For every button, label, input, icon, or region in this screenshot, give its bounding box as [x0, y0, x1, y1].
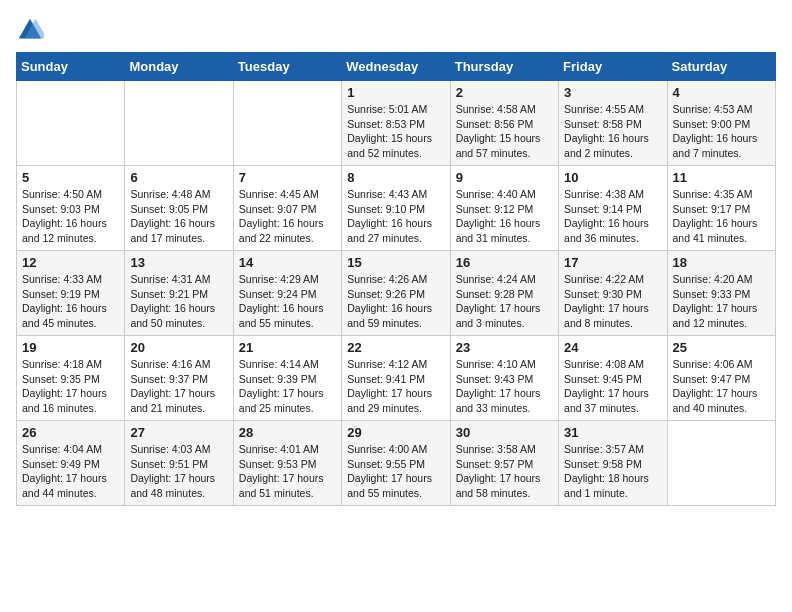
day-number: 30	[456, 425, 553, 440]
day-info: Sunrise: 3:58 AM Sunset: 9:57 PM Dayligh…	[456, 442, 553, 501]
day-number: 26	[22, 425, 119, 440]
day-info: Sunrise: 4:20 AM Sunset: 9:33 PM Dayligh…	[673, 272, 770, 331]
day-info: Sunrise: 4:12 AM Sunset: 9:41 PM Dayligh…	[347, 357, 444, 416]
day-number: 4	[673, 85, 770, 100]
header-cell-friday: Friday	[559, 53, 667, 81]
day-cell: 8Sunrise: 4:43 AM Sunset: 9:10 PM Daylig…	[342, 166, 450, 251]
day-info: Sunrise: 4:26 AM Sunset: 9:26 PM Dayligh…	[347, 272, 444, 331]
day-cell: 12Sunrise: 4:33 AM Sunset: 9:19 PM Dayli…	[17, 251, 125, 336]
day-number: 22	[347, 340, 444, 355]
day-cell: 29Sunrise: 4:00 AM Sunset: 9:55 PM Dayli…	[342, 421, 450, 506]
week-row-3: 12Sunrise: 4:33 AM Sunset: 9:19 PM Dayli…	[17, 251, 776, 336]
day-cell	[233, 81, 341, 166]
day-cell: 24Sunrise: 4:08 AM Sunset: 9:45 PM Dayli…	[559, 336, 667, 421]
day-number: 12	[22, 255, 119, 270]
day-number: 13	[130, 255, 227, 270]
day-cell: 16Sunrise: 4:24 AM Sunset: 9:28 PM Dayli…	[450, 251, 558, 336]
day-info: Sunrise: 4:08 AM Sunset: 9:45 PM Dayligh…	[564, 357, 661, 416]
day-info: Sunrise: 4:22 AM Sunset: 9:30 PM Dayligh…	[564, 272, 661, 331]
day-cell: 7Sunrise: 4:45 AM Sunset: 9:07 PM Daylig…	[233, 166, 341, 251]
day-info: Sunrise: 4:33 AM Sunset: 9:19 PM Dayligh…	[22, 272, 119, 331]
day-info: Sunrise: 4:29 AM Sunset: 9:24 PM Dayligh…	[239, 272, 336, 331]
day-info: Sunrise: 4:35 AM Sunset: 9:17 PM Dayligh…	[673, 187, 770, 246]
header-cell-monday: Monday	[125, 53, 233, 81]
day-number: 29	[347, 425, 444, 440]
header-row: SundayMondayTuesdayWednesdayThursdayFrid…	[17, 53, 776, 81]
day-cell: 18Sunrise: 4:20 AM Sunset: 9:33 PM Dayli…	[667, 251, 775, 336]
day-cell: 17Sunrise: 4:22 AM Sunset: 9:30 PM Dayli…	[559, 251, 667, 336]
day-cell: 9Sunrise: 4:40 AM Sunset: 9:12 PM Daylig…	[450, 166, 558, 251]
day-info: Sunrise: 4:43 AM Sunset: 9:10 PM Dayligh…	[347, 187, 444, 246]
day-number: 24	[564, 340, 661, 355]
day-number: 19	[22, 340, 119, 355]
day-info: Sunrise: 4:40 AM Sunset: 9:12 PM Dayligh…	[456, 187, 553, 246]
day-number: 10	[564, 170, 661, 185]
header-cell-thursday: Thursday	[450, 53, 558, 81]
day-info: Sunrise: 4:50 AM Sunset: 9:03 PM Dayligh…	[22, 187, 119, 246]
header-cell-sunday: Sunday	[17, 53, 125, 81]
day-cell	[667, 421, 775, 506]
day-cell: 2Sunrise: 4:58 AM Sunset: 8:56 PM Daylig…	[450, 81, 558, 166]
day-info: Sunrise: 4:18 AM Sunset: 9:35 PM Dayligh…	[22, 357, 119, 416]
day-number: 25	[673, 340, 770, 355]
day-number: 21	[239, 340, 336, 355]
day-info: Sunrise: 4:06 AM Sunset: 9:47 PM Dayligh…	[673, 357, 770, 416]
day-info: Sunrise: 3:57 AM Sunset: 9:58 PM Dayligh…	[564, 442, 661, 501]
day-number: 18	[673, 255, 770, 270]
day-info: Sunrise: 4:01 AM Sunset: 9:53 PM Dayligh…	[239, 442, 336, 501]
day-info: Sunrise: 4:14 AM Sunset: 9:39 PM Dayligh…	[239, 357, 336, 416]
day-cell: 27Sunrise: 4:03 AM Sunset: 9:51 PM Dayli…	[125, 421, 233, 506]
week-row-2: 5Sunrise: 4:50 AM Sunset: 9:03 PM Daylig…	[17, 166, 776, 251]
day-info: Sunrise: 4:00 AM Sunset: 9:55 PM Dayligh…	[347, 442, 444, 501]
day-number: 17	[564, 255, 661, 270]
day-info: Sunrise: 4:45 AM Sunset: 9:07 PM Dayligh…	[239, 187, 336, 246]
day-cell: 25Sunrise: 4:06 AM Sunset: 9:47 PM Dayli…	[667, 336, 775, 421]
logo	[16, 16, 48, 44]
week-row-1: 1Sunrise: 5:01 AM Sunset: 8:53 PM Daylig…	[17, 81, 776, 166]
header-cell-tuesday: Tuesday	[233, 53, 341, 81]
day-number: 14	[239, 255, 336, 270]
day-number: 1	[347, 85, 444, 100]
day-cell: 22Sunrise: 4:12 AM Sunset: 9:41 PM Dayli…	[342, 336, 450, 421]
day-info: Sunrise: 4:03 AM Sunset: 9:51 PM Dayligh…	[130, 442, 227, 501]
day-number: 16	[456, 255, 553, 270]
day-cell: 21Sunrise: 4:14 AM Sunset: 9:39 PM Dayli…	[233, 336, 341, 421]
day-cell: 11Sunrise: 4:35 AM Sunset: 9:17 PM Dayli…	[667, 166, 775, 251]
day-number: 8	[347, 170, 444, 185]
day-number: 15	[347, 255, 444, 270]
day-number: 7	[239, 170, 336, 185]
day-cell	[17, 81, 125, 166]
day-cell: 15Sunrise: 4:26 AM Sunset: 9:26 PM Dayli…	[342, 251, 450, 336]
page-header	[16, 16, 776, 44]
week-row-5: 26Sunrise: 4:04 AM Sunset: 9:49 PM Dayli…	[17, 421, 776, 506]
day-number: 31	[564, 425, 661, 440]
day-number: 6	[130, 170, 227, 185]
day-cell	[125, 81, 233, 166]
day-cell: 5Sunrise: 4:50 AM Sunset: 9:03 PM Daylig…	[17, 166, 125, 251]
header-cell-saturday: Saturday	[667, 53, 775, 81]
day-info: Sunrise: 4:58 AM Sunset: 8:56 PM Dayligh…	[456, 102, 553, 161]
day-info: Sunrise: 4:38 AM Sunset: 9:14 PM Dayligh…	[564, 187, 661, 246]
day-info: Sunrise: 5:01 AM Sunset: 8:53 PM Dayligh…	[347, 102, 444, 161]
day-info: Sunrise: 4:55 AM Sunset: 8:58 PM Dayligh…	[564, 102, 661, 161]
day-info: Sunrise: 4:48 AM Sunset: 9:05 PM Dayligh…	[130, 187, 227, 246]
day-cell: 10Sunrise: 4:38 AM Sunset: 9:14 PM Dayli…	[559, 166, 667, 251]
day-info: Sunrise: 4:04 AM Sunset: 9:49 PM Dayligh…	[22, 442, 119, 501]
day-cell: 23Sunrise: 4:10 AM Sunset: 9:43 PM Dayli…	[450, 336, 558, 421]
calendar-table: SundayMondayTuesdayWednesdayThursdayFrid…	[16, 52, 776, 506]
day-cell: 30Sunrise: 3:58 AM Sunset: 9:57 PM Dayli…	[450, 421, 558, 506]
day-cell: 13Sunrise: 4:31 AM Sunset: 9:21 PM Dayli…	[125, 251, 233, 336]
day-number: 9	[456, 170, 553, 185]
day-cell: 1Sunrise: 5:01 AM Sunset: 8:53 PM Daylig…	[342, 81, 450, 166]
day-info: Sunrise: 4:24 AM Sunset: 9:28 PM Dayligh…	[456, 272, 553, 331]
day-number: 28	[239, 425, 336, 440]
day-info: Sunrise: 4:10 AM Sunset: 9:43 PM Dayligh…	[456, 357, 553, 416]
day-number: 2	[456, 85, 553, 100]
day-cell: 14Sunrise: 4:29 AM Sunset: 9:24 PM Dayli…	[233, 251, 341, 336]
day-number: 27	[130, 425, 227, 440]
week-row-4: 19Sunrise: 4:18 AM Sunset: 9:35 PM Dayli…	[17, 336, 776, 421]
day-number: 23	[456, 340, 553, 355]
day-number: 20	[130, 340, 227, 355]
day-info: Sunrise: 4:53 AM Sunset: 9:00 PM Dayligh…	[673, 102, 770, 161]
day-cell: 20Sunrise: 4:16 AM Sunset: 9:37 PM Dayli…	[125, 336, 233, 421]
